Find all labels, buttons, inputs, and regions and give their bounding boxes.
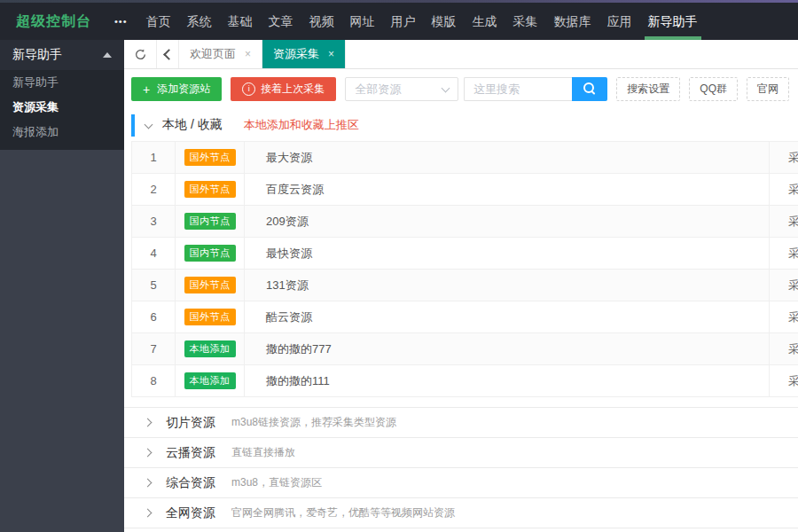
sidebar-item-nav-helper[interactable]: 新导助手	[0, 70, 124, 95]
accordion-title: 综合资源	[166, 475, 221, 491]
node-type-badge: 国内节点	[184, 245, 236, 262]
row-number: 7	[132, 333, 176, 365]
resource-name: 撒的撒的777	[245, 333, 770, 365]
tab-resource-collect[interactable]: 资源采集 ×	[262, 40, 346, 68]
collect-today-link[interactable]: 采集当天	[770, 238, 798, 270]
nav-item-generate[interactable]: 生成	[465, 3, 505, 40]
resource-filter-select[interactable]: 全部资源	[345, 77, 458, 101]
top-gradient-strip	[0, 0, 798, 3]
resource-name: 最大资源	[245, 142, 770, 174]
accordion-desc: 官网全网腾讯，爱奇艺，优酷等等视频网站资源	[231, 505, 455, 520]
node-type-badge: 本地添加	[184, 372, 236, 389]
accordion-item-slice[interactable]: 切片资源 m3u8链接资源，推荐采集类型资源	[124, 408, 798, 438]
collect-today-link[interactable]: 采集当天	[770, 270, 798, 301]
section-accent-bar	[131, 114, 135, 137]
accordion-item-composite[interactable]: 综合资源 m3u8，直链资源区	[124, 468, 798, 498]
collect-today-link[interactable]: 采集当天	[770, 142, 798, 174]
nav-item-basic[interactable]: 基础	[220, 3, 261, 40]
plus-icon: +	[143, 83, 150, 96]
more-menu-icon[interactable]: •••	[114, 3, 128, 40]
toolbar: + 添加资源站 i 接着上次采集 全部资源 搜索设置 QQ群 官网	[124, 69, 798, 109]
search-settings-button[interactable]: 搜索设置	[616, 77, 680, 101]
sidebar: 新导助手 新导助手 资源采集 海报添加	[0, 40, 124, 532]
nav-item-system[interactable]: 系统	[179, 3, 220, 40]
tab-resource-collect-label: 资源采集	[273, 46, 319, 62]
accordion-item-fullweb[interactable]: 全网资源 官网全网腾讯，爱奇艺，优酷等等视频网站资源	[124, 498, 798, 528]
section-title: 本地 / 收藏	[162, 117, 223, 133]
official-site-button[interactable]: 官网	[747, 77, 789, 101]
collect-today-link[interactable]: 采集当天	[770, 301, 798, 333]
section-note: 本地添加和收藏上推区	[244, 117, 359, 133]
tab-close-icon[interactable]: ×	[245, 48, 251, 60]
tab-welcome[interactable]: 欢迎页面 ×	[179, 40, 262, 68]
node-type-badge: 国外节点	[184, 181, 236, 198]
chevron-right-icon	[144, 509, 153, 518]
nav-item-url[interactable]: 网址	[342, 3, 383, 40]
add-resource-site-label: 添加资源站	[157, 82, 210, 97]
sidebar-item-poster-add[interactable]: 海报添加	[0, 120, 124, 145]
info-icon: i	[242, 82, 255, 96]
nav-item-database[interactable]: 数据库	[546, 3, 599, 40]
top-navbar: 超级控制台 ••• 首页 系统 基础 文章 视频 网址 用户 模版 生成 采集 …	[0, 0, 798, 40]
sidebar-group-header[interactable]: 新导助手	[0, 40, 124, 70]
refresh-icon	[134, 48, 147, 61]
tab-close-icon[interactable]: ×	[328, 48, 334, 60]
table-row: 6 国外节点 酷云资源 采集当天	[132, 301, 798, 333]
chevron-right-icon	[144, 449, 153, 458]
accordion-item-download[interactable]: 下载资源 迅雷，直链下载资源区	[124, 528, 798, 532]
section-header-local-favorites: 本地 / 收藏 本地添加和收藏上推区	[124, 109, 798, 141]
row-number: 4	[132, 238, 176, 270]
tab-welcome-label: 欢迎页面	[190, 46, 236, 62]
refresh-button[interactable]	[124, 40, 157, 68]
sidebar-menu-group: 新导助手 新导助手 资源采集 海报添加	[0, 40, 124, 150]
add-resource-site-button[interactable]: + 添加资源站	[131, 77, 222, 101]
nav-item-template[interactable]: 模版	[424, 3, 465, 40]
resource-category-accordion: 切片资源 m3u8链接资源，推荐采集类型资源 云播资源 直链直接播放 综合资源 …	[124, 407, 798, 532]
chevron-down-icon	[441, 83, 450, 92]
search-button[interactable]	[572, 77, 607, 101]
tab-scroll-left-button[interactable]	[157, 40, 179, 68]
chevron-right-icon	[144, 479, 153, 488]
search-input[interactable]	[464, 77, 572, 101]
nav-item-collect[interactable]: 采集	[505, 3, 546, 40]
resource-name: 百度云资源	[245, 174, 770, 206]
nav-item-nav-helper[interactable]: 新导助手	[640, 3, 706, 40]
collapse-up-icon	[103, 52, 112, 58]
row-number: 5	[132, 270, 176, 301]
table-row: 4 国内节点 最快资源 采集当天	[132, 238, 798, 270]
resource-name: 209资源	[245, 206, 770, 238]
tab-bar: 欢迎页面 × 资源采集 ×	[124, 40, 798, 69]
nav-item-video[interactable]: 视频	[301, 3, 342, 40]
row-number: 3	[132, 206, 176, 238]
row-number: 6	[132, 301, 176, 333]
table-row: 2 国外节点 百度云资源 采集当天	[132, 174, 798, 206]
table-row: 5 国外节点 131资源 采集当天	[132, 270, 798, 301]
resource-name: 131资源	[245, 270, 770, 301]
collect-today-link[interactable]: 采集当天	[770, 365, 798, 397]
node-type-badge: 国外节点	[184, 149, 236, 166]
nav-item-home[interactable]: 首页	[138, 3, 179, 40]
main-content: 欢迎页面 × 资源采集 × + 添加资源站 i 接着上次采集 全部资源 搜索设置…	[124, 40, 798, 532]
resource-name: 最快资源	[245, 238, 770, 270]
sidebar-item-resource-collect[interactable]: 资源采集	[0, 95, 124, 120]
nav-item-user[interactable]: 用户	[383, 3, 424, 40]
accordion-title: 全网资源	[166, 505, 221, 521]
resource-table: 1 国外节点 最大资源 采集当天 2 国外节点 百度云资源 采集当天 3 国内节…	[131, 141, 798, 397]
table-row: 8 本地添加 撒的撒的111 采集当天	[132, 365, 798, 397]
accordion-item-cloudplay[interactable]: 云播资源 直链直接播放	[124, 438, 798, 468]
collect-today-link[interactable]: 采集当天	[770, 174, 798, 206]
qq-group-button[interactable]: QQ群	[689, 77, 738, 101]
collect-today-link[interactable]: 采集当天	[770, 333, 798, 365]
accordion-title: 云播资源	[166, 445, 221, 461]
node-type-badge: 国内节点	[184, 213, 236, 230]
table-row: 7 本地添加 撒的撒的777 采集当天	[132, 333, 798, 365]
node-type-badge: 国外节点	[184, 277, 236, 293]
node-type-badge: 国外节点	[184, 309, 236, 325]
accordion-desc: 直链直接播放	[231, 445, 295, 460]
section-collapse-chevron-down-icon[interactable]	[145, 120, 153, 129]
resource-name: 撒的撒的111	[245, 365, 770, 397]
nav-item-app[interactable]: 应用	[599, 3, 640, 40]
continue-last-collect-button[interactable]: i 接着上次采集	[231, 77, 336, 101]
nav-item-article[interactable]: 文章	[261, 3, 301, 40]
collect-today-link[interactable]: 采集当天	[770, 206, 798, 238]
